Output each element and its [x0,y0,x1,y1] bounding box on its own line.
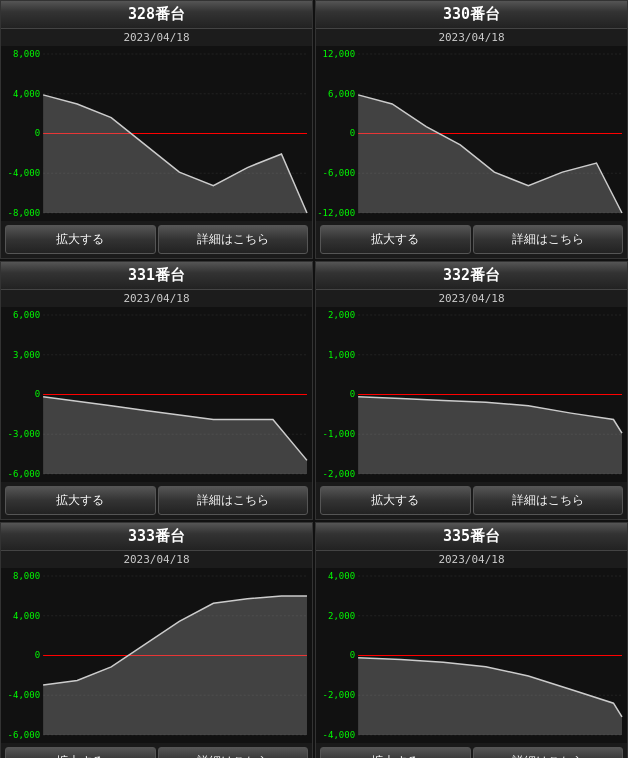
svg-text:-4,000: -4,000 [323,730,356,740]
chart-area-331: 6,0003,0000-3,000-6,000 [1,307,312,482]
detail-btn-331[interactable]: 詳細はこちら [158,486,309,515]
btn-row-330: 拡大する 詳細はこちら [316,221,627,258]
svg-text:1,000: 1,000 [328,350,355,360]
svg-text:0: 0 [35,390,40,400]
panel-title-333: 333番台 [1,523,312,551]
chart-area-332: 2,0001,0000-1,000-2,000 [316,307,627,482]
svg-text:0: 0 [350,390,355,400]
detail-btn-330[interactable]: 詳細はこちら [473,225,624,254]
panel-title-335: 335番台 [316,523,627,551]
detail-btn-328[interactable]: 詳細はこちら [158,225,309,254]
panel-335: 335番台 2023/04/18 4,0002,0000-2,000-4,000… [315,522,628,758]
panel-330: 330番台 2023/04/18 12,0006,0000-6,000-12,0… [315,0,628,259]
svg-marker-47 [358,397,622,474]
svg-text:-8,000: -8,000 [8,208,41,218]
svg-text:3,000: 3,000 [13,350,40,360]
svg-text:4,000: 4,000 [328,571,355,581]
svg-marker-71 [358,658,622,735]
svg-text:-3,000: -3,000 [8,429,41,439]
detail-btn-335[interactable]: 詳細はこちら [473,747,624,758]
detail-btn-333[interactable]: 詳細はこちら [158,747,309,758]
svg-marker-23 [358,95,622,213]
svg-text:-2,000: -2,000 [323,690,356,700]
svg-text:-4,000: -4,000 [8,690,41,700]
svg-text:8,000: 8,000 [13,49,40,59]
svg-text:6,000: 6,000 [13,310,40,320]
panel-title-331: 331番台 [1,262,312,290]
expand-btn-335[interactable]: 拡大する [320,747,471,758]
svg-text:0: 0 [350,651,355,661]
btn-row-332: 拡大する 詳細はこちら [316,482,627,519]
svg-marker-11 [43,95,307,213]
expand-btn-332[interactable]: 拡大する [320,486,471,515]
btn-row-333: 拡大する 詳細はこちら [1,743,312,758]
panel-title-328: 328番台 [1,1,312,29]
chart-area-328: 8,0004,0000-4,000-8,000 [1,46,312,221]
svg-marker-59 [43,596,307,735]
panel-date-330: 2023/04/18 [316,29,627,46]
svg-marker-35 [43,397,307,474]
panel-date-333: 2023/04/18 [1,551,312,568]
panel-date-328: 2023/04/18 [1,29,312,46]
detail-btn-332[interactable]: 詳細はこちら [473,486,624,515]
panel-title-330: 330番台 [316,1,627,29]
svg-text:0: 0 [35,129,40,139]
main-grid: 328番台 2023/04/18 8,0004,0000-4,000-8,000… [0,0,628,758]
btn-row-331: 拡大する 詳細はこちら [1,482,312,519]
svg-text:8,000: 8,000 [13,571,40,581]
panel-331: 331番台 2023/04/18 6,0003,0000-3,000-6,000… [0,261,313,520]
svg-text:0: 0 [350,129,355,139]
svg-text:0: 0 [35,651,40,661]
svg-text:-6,000: -6,000 [323,168,356,178]
svg-text:4,000: 4,000 [13,611,40,621]
panel-328: 328番台 2023/04/18 8,0004,0000-4,000-8,000… [0,0,313,259]
svg-text:2,000: 2,000 [328,310,355,320]
svg-text:2,000: 2,000 [328,611,355,621]
svg-text:12,000: 12,000 [323,49,356,59]
chart-area-333: 8,0004,0000-4,000-6,000 [1,568,312,743]
panel-333: 333番台 2023/04/18 8,0004,0000-4,000-6,000… [0,522,313,758]
expand-btn-331[interactable]: 拡大する [5,486,156,515]
svg-text:-1,000: -1,000 [323,429,356,439]
panel-332: 332番台 2023/04/18 2,0001,0000-1,000-2,000… [315,261,628,520]
expand-btn-328[interactable]: 拡大する [5,225,156,254]
svg-text:6,000: 6,000 [328,89,355,99]
svg-text:-6,000: -6,000 [8,730,41,740]
chart-area-335: 4,0002,0000-2,000-4,000 [316,568,627,743]
panel-date-332: 2023/04/18 [316,290,627,307]
panel-date-331: 2023/04/18 [1,290,312,307]
panel-title-332: 332番台 [316,262,627,290]
svg-text:-2,000: -2,000 [323,469,356,479]
svg-text:-4,000: -4,000 [8,168,41,178]
expand-btn-333[interactable]: 拡大する [5,747,156,758]
svg-text:-6,000: -6,000 [8,469,41,479]
chart-area-330: 12,0006,0000-6,000-12,000 [316,46,627,221]
panel-date-335: 2023/04/18 [316,551,627,568]
svg-text:4,000: 4,000 [13,89,40,99]
btn-row-328: 拡大する 詳細はこちら [1,221,312,258]
svg-text:-12,000: -12,000 [317,208,355,218]
btn-row-335: 拡大する 詳細はこちら [316,743,627,758]
expand-btn-330[interactable]: 拡大する [320,225,471,254]
